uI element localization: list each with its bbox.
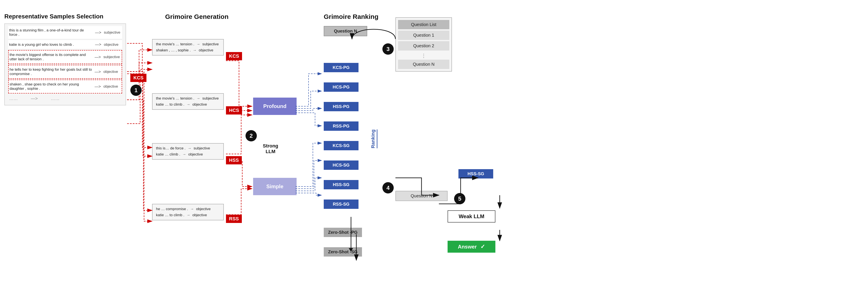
sample-dots: …… —> ……	[8, 94, 122, 103]
gen-text-hcs-1: the movie's … tension .	[156, 96, 194, 101]
answer-box: Answer ✓	[447, 241, 495, 253]
rank-hss-sg: HSS-SG	[324, 180, 359, 189]
sample-text-2: katie is a young girl who loves to climb…	[9, 42, 92, 47]
arrow-4: —>	[94, 70, 101, 74]
gen-row-hcs-1: the movie's … tension . → subjective	[156, 96, 220, 101]
gen-box-kcs: the movie's … tension . → subjective sha…	[152, 39, 224, 56]
kcs-red-box: KCS	[226, 52, 242, 60]
rank-hcs-sg: HCS-SG	[324, 160, 359, 170]
gen-label-hss-1: subjective	[194, 146, 210, 150]
gen-text-rss-2: katie … to climb .	[156, 213, 184, 217]
question-list-container: Question List Question 1 Question 2 ⋮ Qu…	[396, 17, 452, 72]
rank-hcs-pg: HCS-PG	[324, 82, 359, 92]
gen-box-hss: this is… de force . → subjective katie ……	[152, 143, 224, 159]
grimoire-ranking-title: Grimoire Ranking	[324, 13, 378, 21]
hcs-red-box: HCS	[226, 106, 242, 114]
label-1: subjective	[104, 30, 121, 35]
rss-red-box: RSS	[226, 215, 242, 223]
representative-samples-section: Representative Samples Selection this is…	[4, 13, 126, 105]
sample-row-1: this is a stunning film , a one-of-a-kin…	[8, 26, 122, 39]
gen-label-kcs-1: subjective	[202, 42, 219, 46]
rank-hss-pg: HSS-PG	[324, 102, 359, 111]
badge-4: 4	[382, 182, 394, 193]
badge-2: 2	[246, 130, 257, 141]
grimoire-gen-title: Grimoire Generation	[165, 13, 228, 21]
rank-rss-pg: RSS-PG	[324, 121, 359, 131]
gen-row-hcs-2: katie … to climb . → objective	[156, 102, 220, 107]
profound-box: Profound	[253, 98, 297, 115]
gen-text-kcs-2: shaken , … , sophie .	[156, 48, 191, 52]
sample-row-5-highlighted: shaken , shae goes to check on her young…	[8, 80, 122, 94]
gen-row-hss-2: katie … climb . → objective	[156, 152, 220, 156]
gen-box-hcs: the movie's … tension . → subjective kat…	[152, 93, 224, 110]
weak-llm-box: Weak LLM	[447, 210, 495, 222]
gen-row-hss-1: this is… de force . → subjective	[156, 146, 220, 150]
rank-rss-sg: RSS-SG	[324, 200, 359, 209]
question-list-title: Question List	[398, 20, 449, 29]
badge-5: 5	[454, 193, 465, 204]
rank-kcs-pg: KCS-PG	[324, 63, 359, 72]
badge-3: 3	[382, 43, 394, 55]
ranking-label: Ranking	[370, 130, 377, 148]
strong-llm-label: StrongLLM	[249, 143, 292, 154]
hss-sg-selected: HSS-SG	[459, 169, 493, 178]
gen-row-kcs-2: shaken , … , sophie . → objective	[156, 48, 220, 52]
rank-zero-sg: Zero-Shot -SG	[324, 247, 362, 257]
hss-red-box: HSS	[226, 156, 242, 165]
sample-text-3: the movie's biggest offense is its compl…	[9, 53, 92, 61]
question-2: Question 2	[398, 41, 449, 50]
gen-text-hss-1: this is… de force .	[156, 146, 186, 150]
answer-label: Answer	[458, 244, 477, 250]
down-arrow-line	[351, 217, 351, 248]
gen-row-rss-2: katie … to climb . → objective	[156, 213, 220, 217]
question-n-list: Question N	[398, 60, 449, 69]
rank-zero-pg: Zero-Shot -PG	[324, 228, 362, 237]
sample-text-5: shaken , shae goes to check on her young…	[9, 82, 92, 91]
gen-label-hcs-1: subjective	[202, 96, 219, 101]
sample-table: this is a stunning film , a one-of-a-kin…	[4, 24, 126, 105]
sample-row-3-highlighted: the movie's biggest offense is its compl…	[8, 50, 122, 64]
sample-row-2: katie is a young girl who loves to climb…	[8, 40, 122, 49]
arrow-5: —>	[94, 84, 101, 89]
down-arrow-container	[346, 217, 355, 252]
gen-label-hss-2: objective	[188, 152, 203, 156]
arrow-3: —>	[94, 55, 101, 60]
gen-row-rss-1: he … compromise . → objective	[156, 207, 220, 211]
gen-label-hcs-2: objective	[192, 102, 207, 107]
down-arrow-head	[349, 248, 353, 252]
question-dots: ⋮	[398, 52, 449, 60]
arrow-2: —>	[95, 42, 101, 47]
section1-title: Representative Samples Selection	[4, 13, 126, 20]
simple-box: Simple	[253, 178, 297, 195]
sample-text-1: this is a stunning film , a one-of-a-kin…	[9, 28, 92, 37]
gen-text-hcs-2: katie … to climb .	[156, 102, 184, 107]
gen-text-hss-2: katie … climb .	[156, 152, 180, 156]
question-n-bottom: Question N	[396, 191, 447, 201]
check-icon: ✓	[480, 243, 485, 250]
label-4: objective	[103, 70, 121, 74]
gen-text-rss-1: he … compromise .	[156, 207, 188, 211]
label-5: objective	[103, 84, 121, 89]
gen-box-rss: he … compromise . → objective katie … to…	[152, 204, 224, 220]
arrow-1: —>	[95, 30, 101, 35]
kcs-badge-section1: KCS	[130, 74, 147, 82]
rank-kcs-sg: KCS-SG	[324, 141, 359, 150]
label-2: objective	[104, 42, 121, 47]
badge-1: 1	[130, 84, 142, 96]
gen-label-rss-1: objective	[196, 207, 211, 211]
dots-arrow: —>	[31, 96, 38, 101]
label-3: subjective	[103, 55, 121, 59]
dots-label: ……	[51, 96, 60, 101]
dots-text: ……	[9, 96, 18, 101]
gen-row-kcs-1: the movie's … tension . → subjective	[156, 42, 220, 46]
gen-label-rss-2: objective	[192, 213, 207, 217]
question-n-top: Question N	[324, 26, 367, 36]
gen-text-kcs-1: the movie's … tension .	[156, 42, 194, 46]
sample-text-4: he tells her to keep fighting for her go…	[9, 67, 92, 76]
gen-label-kcs-2: objective	[199, 48, 213, 52]
question-1: Question 1	[398, 31, 449, 40]
sample-row-4-highlighted: he tells her to keep fighting for her go…	[8, 65, 122, 79]
